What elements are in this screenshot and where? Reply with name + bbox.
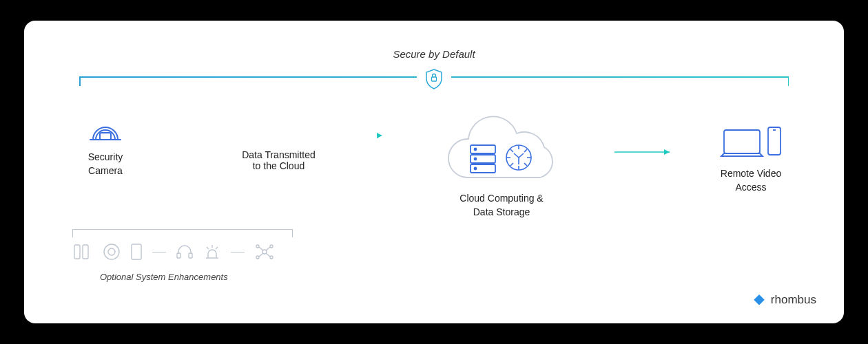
svg-point-8 [475, 168, 477, 170]
camera-icon [86, 112, 125, 144]
arrow-access [614, 112, 676, 156]
badge-icon [130, 243, 143, 261]
svg-line-33 [266, 253, 270, 257]
svg-line-23 [207, 247, 209, 249]
svg-rect-11 [724, 130, 760, 153]
node-camera: Security Camera [86, 112, 125, 178]
svg-rect-18 [132, 244, 141, 259]
enhancements-label: Optional System Enhancements [100, 272, 293, 282]
arrow-transmit-label: Data Transmitted to the Cloud [242, 149, 316, 171]
arrow-transmit: Data Transmitted to the Cloud [169, 112, 389, 171]
svg-point-17 [108, 248, 115, 255]
svg-rect-19 [177, 253, 180, 258]
headset-icon [176, 243, 194, 261]
svg-line-32 [259, 253, 263, 257]
flow-row: Security Camera Data Transmitted to the … [59, 112, 809, 219]
alarm-icon [203, 243, 221, 261]
devices-icon [720, 125, 782, 160]
integration-icon [254, 243, 275, 261]
rhombus-icon [753, 294, 765, 306]
svg-rect-14 [74, 245, 80, 259]
enhancements-section: Optional System Enhancements [72, 229, 293, 282]
secure-bracket [79, 68, 789, 85]
diagram-card: Secure by Default Security Camera [24, 21, 844, 323]
svg-rect-12 [768, 127, 781, 155]
svg-point-26 [256, 245, 259, 248]
svg-rect-34 [754, 294, 765, 305]
svg-point-16 [104, 244, 119, 259]
cloud-icon [433, 112, 570, 195]
svg-rect-1 [100, 133, 111, 140]
brand-logo: rhombus [753, 293, 816, 307]
svg-point-28 [256, 256, 259, 259]
motion-sensor-icon [103, 243, 121, 261]
svg-point-7 [475, 158, 477, 160]
door-sensor-icon [72, 243, 93, 261]
node-camera-label: Security Camera [88, 151, 123, 178]
brand-name: rhombus [771, 293, 816, 307]
svg-rect-20 [189, 253, 192, 258]
svg-line-24 [216, 247, 218, 249]
node-access-label: Remote Video Access [721, 167, 781, 194]
node-cloud: Cloud Computing & Data Storage [433, 112, 570, 219]
svg-point-29 [270, 256, 273, 259]
secure-header: Secure by Default [59, 48, 809, 60]
svg-point-6 [475, 149, 477, 151]
svg-line-31 [266, 247, 270, 250]
shield-icon [417, 68, 451, 93]
svg-line-30 [259, 247, 263, 250]
svg-rect-0 [432, 77, 437, 81]
node-access: Remote Video Access [720, 112, 782, 194]
svg-rect-15 [83, 245, 88, 259]
node-cloud-label: Cloud Computing & Data Storage [459, 192, 543, 219]
svg-point-27 [270, 245, 273, 248]
